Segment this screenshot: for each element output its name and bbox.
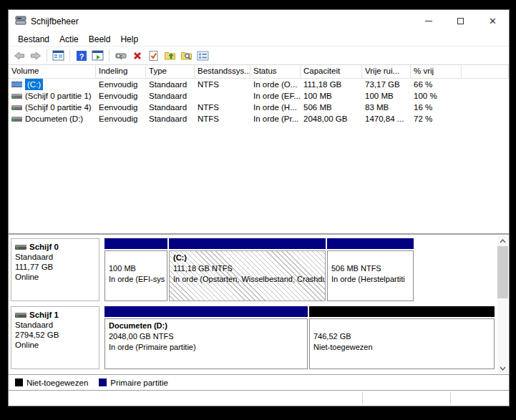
column-volume[interactable]: Volume [9,65,96,78]
partition[interactable]: Documeten (D:) 2048,00 GB NTFS In orde (… [104,306,308,369]
unallocated-swatch [15,379,23,386]
disk-row-1: Schijf 1 Standaard 2794,52 GB Online Doc… [11,306,509,370]
cell-vrije-ruimte: 1470,84 ... [362,113,411,124]
cell-bestandssysteem: NTFS [195,79,250,90]
forward-button[interactable] [28,48,43,63]
menu-bestand[interactable]: Bestand [13,34,54,45]
cell-pct-vrij: 16 % [411,102,462,113]
table-row[interactable]: (C:) Eenvoudig Standaard NTFS In orde (O… [9,79,509,90]
menu-actie[interactable]: Actie [54,34,84,45]
disk-management-window: Schijfbeheer ✕ Bestand Actie Beeld Help [8,9,510,406]
document-check-icon [148,50,159,62]
partition-body: (C:) 111,18 GB NTFS In orde (Opstarten, … [169,250,326,301]
menu-help[interactable]: Help [115,34,143,45]
cell-vrije-ruimte: 100 MB [362,90,411,102]
column-indeling[interactable]: Indeling [96,65,146,78]
cell-indeling: Eenvoudig [96,113,146,124]
partition-title [331,253,409,263]
cell-capaciteit: 506 MB [301,102,362,113]
cell-indeling: Eenvoudig [96,102,146,113]
partition-title [313,321,490,331]
column-vrije-ruimte[interactable]: Vrije rui... [362,65,411,78]
partition-size: 506 MB NTFS [331,263,409,274]
volume-name: Documeten (D:) [25,113,83,124]
volume-cell: (Schijf 0 partitie 1) [9,90,96,102]
partition-size: 111,18 GB NTFS [173,263,321,274]
app-icon [15,15,26,28]
volume-name: (Schijf 0 partitie 1) [25,90,92,102]
disk-name: Schijf 1 [29,310,59,320]
properties-button[interactable] [195,48,210,63]
cell-status: In orde (Pr... [250,113,301,124]
menu-beeld[interactable]: Beeld [84,34,116,45]
statusbar-divider [450,392,451,404]
minimize-button[interactable] [412,10,444,32]
cell-capaciteit: 100 MB [301,90,362,102]
partition-body: Documeten (D:) 2048,00 GB NTFS In orde (… [104,318,308,369]
cell-capaciteit: 111,18 GB [301,79,362,90]
cell-indeling: Eenvoudig [96,79,146,90]
disk-status: Online [15,340,95,350]
disk-icon [15,312,26,318]
disk1-label[interactable]: Schijf 1 Standaard 2794,52 GB Online [11,306,99,369]
partition-size: 2048,00 GB NTFS [109,331,303,342]
cell-status: In orde (O... [250,79,301,90]
cell-vrije-ruimte: 73,17 GB [362,79,411,90]
column-capaciteit[interactable]: Capaciteit [301,65,362,78]
column-type[interactable]: Type [146,65,195,78]
console-tree-icon [52,50,64,61]
cell-pct-vrij: 66 % [411,79,462,90]
volume-name: (Schijf 0 partitie 4) [25,102,92,113]
table-row[interactable]: Documeten (D:) Eenvoudig Standaard NTFS … [9,113,509,124]
close-button[interactable]: ✕ [477,10,509,32]
maximize-button[interactable] [444,10,477,32]
rescan-disks-icon [115,51,127,61]
volume-cell: (C:) [9,79,96,90]
mark-partition-button[interactable] [146,48,161,63]
cell-bestandssysteem: NTFS [195,102,250,113]
table-header: Volume Indeling Type Bestandssys... Stat… [9,65,509,79]
menubar: Bestand Actie Beeld Help [9,32,509,46]
statusbar [9,391,509,406]
statusbar-divider [362,392,363,404]
partition-unallocated[interactable]: 746,52 GB Niet-toegewezen [309,306,495,369]
scroll-up-icon[interactable] [497,235,508,246]
disk-layout: Standaard [15,320,95,330]
scrollbar-thumb[interactable] [497,246,508,298]
legend-item-primary: Primaire partitie [99,379,168,387]
column-filler [462,65,509,78]
disk0-label[interactable]: Schijf 0 Standaard 111,77 GB Online [11,238,99,301]
partition-status: In orde (Herstelpartiti [331,274,409,285]
explore-button[interactable] [179,48,194,63]
vertical-scrollbar[interactable] [497,235,508,373]
disk-icon [15,244,26,250]
table-row[interactable]: (Schijf 0 partitie 1) Eenvoudig Standaar… [9,90,509,102]
explore-folder-icon [180,50,193,61]
partition[interactable]: 506 MB NTFS In orde (Herstelpartiti [327,238,414,301]
help-icon: ? [76,50,87,62]
cell-bestandssysteem [195,90,250,102]
help-button[interactable]: ? [74,48,89,63]
primary-partition-swatch [99,379,107,386]
partition-header [327,238,414,249]
show-action-pane-button[interactable] [90,48,105,63]
table-row[interactable]: (Schijf 0 partitie 4) Eenvoudig Standaar… [9,102,509,113]
delete-volume-button[interactable] [130,48,145,63]
column-pct-vrij[interactable]: % vrij [411,65,462,78]
show-console-tree-button[interactable] [51,48,66,63]
partition[interactable]: 100 MB In orde (EFI-sys [104,238,167,301]
back-button[interactable] [11,48,26,63]
column-status[interactable]: Status [250,65,301,78]
partition-title: (C:) [173,253,321,263]
scroll-down-icon[interactable] [497,363,508,373]
action-pane-icon [92,50,104,61]
column-bestandssysteem[interactable]: Bestandssys... [195,65,250,78]
disk-status: Online [15,272,95,282]
partition-selected[interactable]: (C:) 111,18 GB NTFS In orde (Opstarten, … [169,238,326,301]
open-button[interactable] [162,48,177,63]
rescan-disks-button[interactable] [113,48,128,63]
legend-bar: Niet-toegewezen Primaire partitie [9,374,509,391]
partition-title [109,253,163,263]
back-icon [13,51,26,61]
window-title: Schijfbeheer [31,16,412,26]
